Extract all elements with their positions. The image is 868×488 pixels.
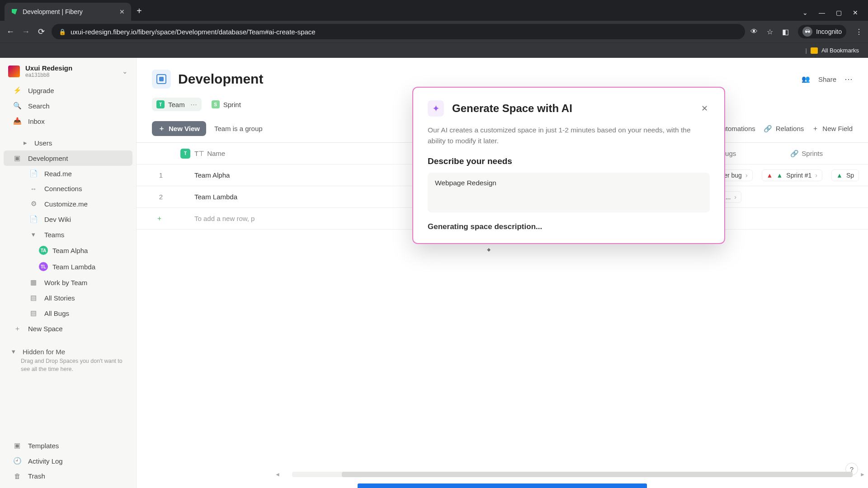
tab-color-icon: T [156, 100, 165, 108]
bookmarks-folder-icon [811, 47, 818, 54]
trash-icon: 🗑 [13, 472, 22, 480]
sidebar-search[interactable]: 🔍 Search [4, 98, 132, 113]
sidebar-label: Connections [44, 185, 82, 192]
sidebar-item-team-lambda[interactable]: TL Team Lambda [4, 258, 132, 275]
column-header-name[interactable]: T⊤Name [194, 150, 429, 158]
sidebar-item-customize[interactable]: ⚙ Customize.me [4, 196, 132, 211]
sidebar-label: Search [28, 102, 50, 110]
sidebar-item-team-alpha[interactable]: TA Team Alpha [4, 242, 132, 258]
bookmark-star-icon[interactable]: ☆ [767, 28, 773, 36]
horizontal-scrollbar[interactable]: ◄ ► [272, 471, 868, 478]
nav-back-icon[interactable]: ← [5, 27, 15, 37]
row-number: 2 [137, 193, 176, 201]
link-icon: 🔗 [764, 125, 772, 133]
incognito-icon: 🕶 [802, 27, 812, 37]
new-field-button[interactable]: ＋ New Field [812, 124, 853, 133]
tab-menu-icon[interactable]: ⋯ [190, 100, 197, 108]
sidebar-label: Inbox [28, 117, 45, 125]
sidebar-label: Development [28, 155, 68, 162]
workspace-switcher[interactable]: Uxui Redesign ea131bb8 ⌄ [0, 58, 136, 83]
sidebar-templates[interactable]: ▣ Templates [4, 438, 132, 453]
sidebar-item-all-bugs[interactable]: ▤ All Bugs [4, 305, 132, 321]
all-bookmarks-link[interactable]: All Bookmarks [821, 47, 859, 54]
url-text: uxui-redesign.fibery.io/fibery/space/Dev… [71, 28, 316, 36]
more-menu-icon[interactable]: ⋯ [844, 74, 853, 84]
needs-textarea[interactable]: Webpage Redesign [428, 173, 710, 212]
space-avatar-icon[interactable] [152, 70, 171, 89]
flag-icon: ▲ [767, 172, 773, 179]
incognito-indicator[interactable]: 🕶 Incognito [798, 25, 846, 38]
eye-off-icon[interactable]: 👁 [750, 28, 758, 36]
address-bar[interactable]: 🔒 uxui-redesign.fibery.io/fibery/space/D… [52, 24, 745, 39]
sidebar-hidden-section[interactable]: ▾ Hidden for Me [0, 343, 136, 357]
tab-close-icon[interactable]: ✕ [119, 8, 125, 15]
new-tab-button[interactable]: + [131, 1, 147, 21]
column-header-sprints[interactable]: 🔗Sprints [790, 150, 823, 158]
sidebar-trash[interactable]: 🗑 Trash [4, 469, 132, 483]
sidebar-new-space[interactable]: ＋ New Space [4, 321, 132, 337]
scroll-right-icon[interactable]: ► [857, 471, 868, 478]
sidebar-item-connections[interactable]: ↔ Connections [4, 181, 132, 196]
sidebar-item-work-by-team[interactable]: ▦ Work by Team [4, 275, 132, 290]
connections-icon: ↔ [29, 185, 38, 192]
cursor-icon: ⌖ [487, 246, 491, 254]
sprint-icon: ▲ [776, 172, 783, 179]
sidebar-label: Read.me [44, 170, 72, 178]
sidebar-label: Teams [44, 231, 64, 239]
scroll-track[interactable] [292, 472, 848, 477]
window-minimize-icon[interactable]: — [819, 9, 825, 16]
share-icon: 👥 [802, 75, 810, 83]
window-maximize-icon[interactable]: ▢ [836, 9, 842, 16]
sprint-chip[interactable]: ▲Sp [831, 169, 859, 181]
cell-name[interactable]: Team Lambda [194, 193, 429, 201]
nav-reload-icon[interactable]: ⟳ [36, 27, 46, 37]
sprint-chip[interactable]: ▲▲Sprint #1› [762, 169, 822, 181]
workspace-avatar [8, 66, 20, 77]
plus-icon: ＋ [158, 124, 165, 133]
sidebar-upgrade[interactable]: ⚡ Upgrade [4, 83, 132, 98]
tab-title: Development | Fibery [23, 8, 115, 15]
view-description: Team is a group [214, 125, 263, 132]
sidebar-hidden-hint: Drag and Drop Spaces you don't want to s… [0, 357, 136, 378]
new-view-button[interactable]: ＋ New View [152, 121, 206, 136]
cell-name[interactable]: Team Alpha [194, 171, 429, 179]
inbox-icon: 📥 [13, 117, 22, 125]
plus-icon: ＋ [156, 214, 163, 222]
sidebar-item-readme[interactable]: 📄 Read.me [4, 166, 132, 181]
sidebar-activity-log[interactable]: 🕘 Activity Log [4, 453, 132, 469]
sidebar-item-all-stories[interactable]: ▤ All Stories [4, 290, 132, 305]
caret-down-icon[interactable]: ▾ [29, 230, 38, 239]
sidebar-item-teams[interactable]: ▾ Teams [4, 227, 132, 242]
tab-sprint[interactable]: S Sprint [207, 98, 245, 111]
main-content: Development 👥 Share ⋯ T Team ⋯ S Sprint … [137, 58, 868, 488]
team-avatar-icon: TL [39, 262, 48, 271]
plus-icon: ＋ [13, 324, 22, 333]
window-close-icon[interactable]: ✕ [853, 9, 858, 16]
relations-button[interactable]: 🔗 Relations [764, 125, 804, 133]
side-panel-icon[interactable]: ◧ [782, 28, 789, 36]
scroll-thumb[interactable] [342, 472, 853, 477]
nav-forward-icon[interactable]: → [21, 27, 31, 37]
sidebar-item-devwiki[interactable]: 📄 Dev Wiki [4, 211, 132, 227]
caret-right-icon[interactable]: ▸ [22, 139, 29, 147]
sidebar: Uxui Redesign ea131bb8 ⌄ ⚡ Upgrade 🔍 Sea… [0, 58, 137, 488]
sidebar-item-development[interactable]: ▣ Development [4, 150, 132, 166]
chrome-menu-icon[interactable]: ⋮ [855, 28, 863, 36]
button-label: Relations [776, 125, 804, 132]
list-icon: ▤ [29, 294, 38, 302]
modal-close-button[interactable]: ✕ [699, 102, 710, 115]
chevron-right-icon: › [745, 172, 748, 179]
browser-tab[interactable]: Development | Fibery ✕ [5, 3, 131, 21]
sidebar-label: Customize.me [44, 200, 88, 208]
window-controls: ⌄ — ▢ ✕ [802, 9, 863, 21]
sliders-icon: ⚙ [29, 200, 38, 208]
scroll-left-icon[interactable]: ◄ [272, 471, 283, 478]
button-label: New Field [822, 125, 853, 132]
tab-search-icon[interactable]: ⌄ [802, 9, 808, 16]
sidebar-inbox[interactable]: 📥 Inbox [4, 113, 132, 129]
sidebar-item-users[interactable]: ▸ Users [4, 135, 132, 150]
page-title: Development [178, 71, 263, 87]
document-icon: 📄 [29, 169, 38, 178]
tab-team[interactable]: T Team ⋯ [152, 98, 202, 111]
share-button[interactable]: Share [818, 75, 836, 83]
